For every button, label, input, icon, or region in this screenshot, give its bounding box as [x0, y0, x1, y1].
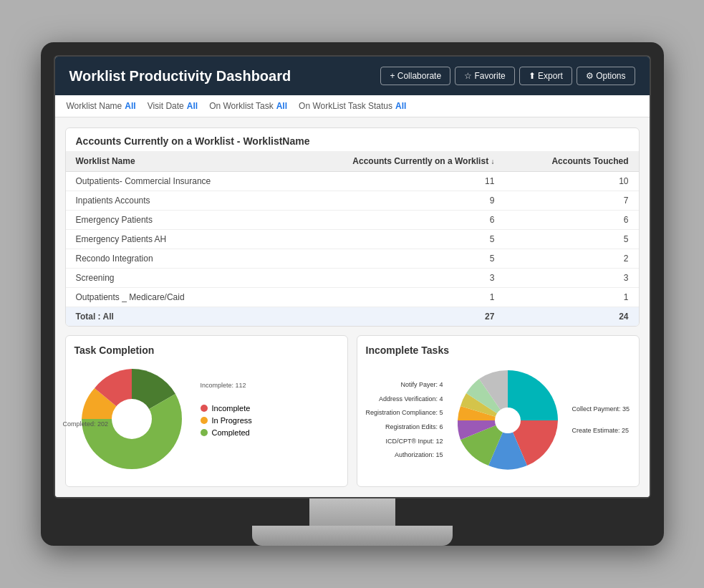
export-button[interactable]: ⬆ Export [519, 67, 572, 85]
table-cell: 9 [280, 191, 504, 211]
content-area: Accounts Currently on a Worklist - Workl… [55, 117, 650, 497]
table-cell: Outpatients _ Medicare/Caid [66, 288, 281, 307]
table-cell: 6 [504, 211, 638, 230]
task-completion-pie: Completed: 202 Incomplete: 112 [74, 362, 189, 479]
table-row: Emergency Patients AH55 [66, 230, 639, 249]
label-create-estimate: Create Estimate: 25 [572, 427, 630, 435]
table-cell: 11 [280, 172, 504, 191]
label-authorization: Authorization: 15 [366, 451, 443, 460]
monitor-stand-base [252, 526, 453, 546]
table-cell: 2 [504, 249, 638, 269]
col-worklist-name: Worklist Name [66, 151, 281, 172]
table-cell: 5 [280, 249, 504, 269]
col-accounts-on-worklist: Accounts Currently on a Worklist ↓ [280, 151, 504, 172]
table-cell: 5 [280, 230, 504, 249]
table-cell: Emergency Patients AH [66, 230, 281, 249]
legend-dot-inprogress [201, 417, 208, 424]
filter-worklist-value[interactable]: All [125, 101, 135, 111]
incomplete-labels-left: Notify Payer: 4 Address Verification: 4 … [366, 381, 443, 460]
filter-visit-value[interactable]: All [187, 101, 198, 111]
incomplete-tasks-title: Incomplete Tasks [366, 344, 630, 356]
monitor-outer: Worklist Productivity Dashboard + Collab… [41, 42, 664, 546]
table-cell: Emergency Patients [66, 211, 281, 230]
completed-label: Completed: 202 [63, 420, 109, 428]
collaborate-button[interactable]: + Collaborate [380, 67, 450, 85]
worklist-table: Worklist Name Accounts Currently on a Wo… [66, 151, 639, 326]
table-total-cell: 24 [504, 307, 638, 327]
table-row: Recondo Integration52 [66, 249, 639, 269]
filter-task-label: On Worklist Task [209, 101, 274, 111]
legend-completed: Completed [201, 428, 252, 437]
table-row: Outpatients- Commercial Insurance1110 [66, 172, 639, 191]
table-row: Outpatients _ Medicare/Caid11 [66, 288, 639, 307]
table-cell: 1 [504, 288, 638, 307]
table-cell: Outpatients- Commercial Insurance [66, 172, 281, 191]
header: Worklist Productivity Dashboard + Collab… [55, 57, 650, 95]
filter-task: On Worklist Task All [209, 101, 287, 111]
table-cell: Screening [66, 269, 281, 288]
table-cell: Inpatients Accounts [66, 191, 281, 211]
label-collect-payment: Collect Payment: 35 [572, 405, 630, 414]
label-registration-edits: Registration Edits: 6 [366, 423, 443, 432]
legend-label-incomplete: Incomplete [212, 404, 251, 413]
table-cell: 6 [280, 211, 504, 230]
col-accounts-touched: Accounts Touched [504, 151, 638, 172]
table-row: Screening33 [66, 269, 639, 288]
monitor-screen: Worklist Productivity Dashboard + Collab… [54, 55, 651, 498]
sort-icon: ↓ [491, 158, 494, 165]
table-cell: Recondo Integration [66, 249, 281, 269]
filter-worklist-name: Worklist Name All [67, 101, 136, 111]
table-cell: 3 [504, 269, 638, 288]
task-completion-legend: Incomplete In Progress Completed [201, 404, 252, 437]
label-icd-cpt: ICD/CPT® Input: 12 [366, 438, 443, 446]
task-completion-chart: Completed: 202 Incomplete: 112 Incomplet… [74, 363, 339, 478]
header-actions: + Collaborate ☆ Favorite ⬆ Export ⚙ Opti… [380, 67, 635, 85]
label-registration-compliance: Registration Compliance: 5 [366, 409, 443, 418]
incomplete-tasks-card: Incomplete Tasks Notify Payer: 4 Address… [357, 335, 640, 487]
legend-incomplete: Incomplete [201, 404, 252, 413]
table-row: Inpatients Accounts97 [66, 191, 639, 211]
options-button[interactable]: ⚙ Options [577, 67, 635, 85]
table-total-row: Total : All2724 [66, 307, 639, 327]
table-cell: 7 [504, 191, 638, 211]
page-title: Worklist Productivity Dashboard [69, 68, 291, 85]
table-title: Accounts Currently on a Worklist - Workl… [66, 128, 639, 151]
monitor-stand-neck [309, 498, 395, 526]
table-cell: 10 [504, 172, 638, 191]
table-row: Emergency Patients66 [66, 211, 639, 230]
filter-task-status: On WorkList Task Status All [299, 101, 406, 111]
label-address-verification: Address Verification: 4 [366, 395, 443, 404]
incomplete-labels-right: Collect Payment: 35 Create Estimate: 25 [572, 405, 630, 435]
legend-dot-completed [201, 429, 208, 436]
legend-inprogress: In Progress [201, 416, 252, 425]
legend-label-completed: Completed [212, 428, 250, 437]
incomplete-label: Incomplete: 112 [200, 382, 246, 389]
table-cell: 1 [280, 288, 504, 307]
svg-point-0 [112, 399, 152, 439]
filter-worklist-label: Worklist Name [67, 101, 122, 111]
filter-visit-label: Visit Date [148, 101, 184, 111]
charts-row: Task Completion [65, 335, 640, 487]
table-total-cell: 27 [280, 307, 504, 327]
worklist-table-card: Accounts Currently on a Worklist - Workl… [65, 127, 640, 327]
filter-visit-date: Visit Date All [148, 101, 198, 111]
filter-bar: Worklist Name All Visit Date All On Work… [55, 95, 650, 117]
favorite-button[interactable]: ☆ Favorite [455, 67, 515, 85]
task-completion-card: Task Completion [65, 335, 348, 487]
filter-task-value[interactable]: All [276, 101, 287, 111]
incomplete-tasks-svg [450, 363, 565, 478]
filter-task-status-label: On WorkList Task Status [299, 101, 392, 111]
label-notify-payer: Notify Payer: 4 [366, 381, 443, 390]
task-completion-title: Task Completion [74, 344, 339, 356]
legend-dot-incomplete [201, 405, 208, 412]
table-cell: 3 [280, 269, 504, 288]
incomplete-tasks-chart: Notify Payer: 4 Address Verification: 4 … [366, 363, 630, 478]
table-total-cell: Total : All [66, 307, 281, 327]
table-cell: 5 [504, 230, 638, 249]
legend-label-inprogress: In Progress [212, 416, 252, 425]
task-completion-svg [74, 362, 189, 476]
svg-point-1 [495, 408, 521, 433]
filter-task-status-value[interactable]: All [395, 101, 406, 111]
